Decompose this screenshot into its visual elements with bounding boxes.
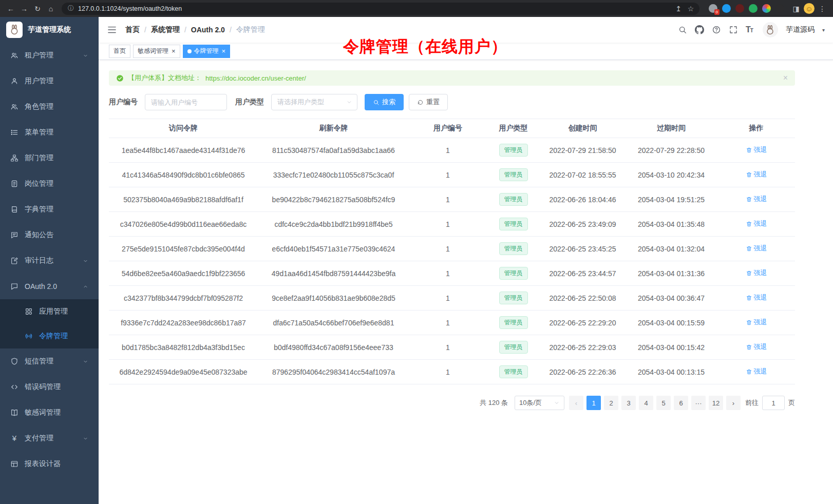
force-logout-button[interactable]: 强退 [746,367,767,376]
extension-icon[interactable]: 0 [709,4,717,13]
sidebar-item-pay[interactable]: ¥支付管理 [0,425,99,451]
reset-button[interactable]: 重置 [409,94,448,110]
force-logout-button[interactable]: 强退 [746,342,767,352]
sidebar-item-label: 短信管理 [25,357,53,366]
cell-user-type: 管理员 [486,311,540,335]
page-button-5[interactable]: 5 [656,396,671,410]
next-page-button[interactable]: › [726,396,741,410]
sidebar-item-sms[interactable]: 短信管理 [0,348,99,374]
side-panel-icon[interactable]: ◨ [790,3,802,14]
sidebar-item-sensitive-word[interactable]: 敏感词管理 [0,400,99,425]
sidebar-item-oauth2-token[interactable]: 令牌管理 [0,324,99,348]
search-icon[interactable] [678,25,687,34]
sidebar-item-menu[interactable]: 菜单管理 [0,120,99,145]
github-icon[interactable] [695,25,704,34]
bookmark-star-icon[interactable]: ☆ [685,3,696,14]
extension-icon[interactable] [749,4,758,13]
cell-created-at: 2022-06-25 23:44:57 [540,261,625,286]
force-logout-button[interactable]: 强退 [746,145,767,154]
force-logout-button[interactable]: 强退 [746,268,767,278]
sidebar-item-report-designer[interactable]: 报表设计器 [0,451,99,477]
force-logout-button[interactable]: 强退 [746,293,767,302]
reload-icon[interactable]: ↻ [32,3,43,14]
sidebar-item-oauth2-app[interactable]: 应用管理 [0,299,99,324]
font-size-icon[interactable]: TT [746,25,753,34]
cell-refresh-token: e6cfd40eb1f54571a31e775e039c4624 [258,237,409,261]
breadcrumb-item: 令牌管理 [236,25,265,34]
token-table: 访问令牌刷新令牌用户编号用户类型创建时间过期时间操作 1ea5e44f8bc14… [109,119,795,384]
home-icon[interactable]: ⌂ [45,3,56,14]
extension-icon[interactable] [775,4,784,13]
breadcrumb-item[interactable]: 首页 [125,25,140,34]
app-logo[interactable]: 芋道管理系统 [0,17,99,43]
sidebar-collapse-icon[interactable] [107,25,117,35]
address-bar[interactable]: ⓘ 127.0.0.1:1024/system/oauth2/token ↥ ☆ [62,3,699,15]
browser-menu-icon[interactable]: ⋮ [817,3,828,14]
refresh-icon [417,99,424,106]
force-logout-button[interactable]: 强退 [746,244,767,253]
extension-icon[interactable] [762,4,771,13]
broadcast-icon [25,332,33,340]
tab-token[interactable]: 令牌管理× [183,45,231,58]
sidebar-item-post[interactable]: 岗位管理 [0,171,99,197]
sidebar-item-dept[interactable]: 部门管理 [0,145,99,171]
sidebar-item-label: 通知公告 [25,230,53,240]
page-button-3[interactable]: 3 [621,396,636,410]
help-icon[interactable] [712,25,721,34]
site-info-icon[interactable]: ⓘ [68,4,74,13]
user-type-select[interactable]: 请选择用户类型 [271,94,357,110]
open-book-icon [10,409,18,417]
forward-icon[interactable]: → [18,3,30,14]
cell-refresh-token: 9ce8ef2aa9f14056b831ae9b608e28d5 [258,286,409,311]
cell-expires-at: 2054-03-04 01:31:36 [625,261,717,286]
extension-icon[interactable] [735,4,744,13]
user-avatar[interactable] [763,22,778,37]
page-button-6[interactable]: 6 [674,396,688,410]
page-button-2[interactable]: 2 [604,396,618,410]
force-logout-button[interactable]: 强退 [746,170,767,179]
doc-link[interactable]: https://doc.iocoder.cn/user-center/ [205,74,306,82]
username-label[interactable]: 芋道源码 [786,25,815,34]
force-logout-button[interactable]: 强退 [746,219,767,228]
page-button-1[interactable]: 1 [586,396,601,410]
breadcrumb-item[interactable]: OAuth 2.0 [191,26,225,34]
tab-close-icon[interactable]: × [222,48,226,54]
back-icon[interactable]: ← [5,3,16,14]
sidebar-item-audit-log[interactable]: 审计日志 [0,248,99,274]
share-icon[interactable]: ↥ [673,3,684,14]
alert-close-icon[interactable]: × [783,74,788,82]
tab-sensitive-word[interactable]: 敏感词管理× [133,45,180,58]
force-logout-button[interactable]: 强退 [746,195,767,204]
sidebar-item-tenant[interactable]: 租户管理 [0,43,99,68]
sidebar-item-dict[interactable]: 字典管理 [0,197,99,222]
tab-close-icon[interactable]: × [172,48,176,54]
page-button-4[interactable]: 4 [639,396,653,410]
page-button-12[interactable]: 12 [709,396,723,410]
prev-page-button[interactable]: ‹ [569,396,583,410]
sidebar-item-role[interactable]: 角色管理 [0,94,99,120]
sidebar-item-oauth2[interactable]: OAuth 2.0 [0,274,99,299]
cell-expires-at: 2054-03-04 00:15:42 [625,335,717,360]
search-button[interactable]: 搜索 [365,94,404,110]
org-tree-icon [10,154,18,162]
sidebar-item-label: 部门管理 [25,153,53,163]
alert-text: 【用户体系】文档地址： [128,73,201,83]
user-type-tag: 管理员 [499,267,528,280]
force-logout-button[interactable]: 强退 [746,318,767,327]
table-header-row: 访问令牌刷新令牌用户编号用户类型创建时间过期时间操作 [109,119,795,138]
sidebar-item-error-code[interactable]: 错误码管理 [0,374,99,400]
sidebar-item-user[interactable]: 用户管理 [0,68,99,94]
goto-page-input[interactable] [762,396,785,410]
browser-profile-avatar[interactable]: ☺ [804,3,815,14]
tab-home[interactable]: 首页 [109,45,130,58]
sidebar-item-notice[interactable]: 通知公告 [0,222,99,248]
extension-icon[interactable] [722,4,731,13]
sidebar-item-label: 角色管理 [25,102,53,111]
github-icon [695,25,704,34]
breadcrumb-item[interactable]: 系统管理 [151,25,180,34]
more-pages-button[interactable]: ··· [691,396,706,410]
user-id-input[interactable] [145,94,227,110]
page-size-select[interactable]: 10条/页 [515,396,564,410]
fullscreen-icon[interactable] [729,25,738,34]
user-menu-caret-icon[interactable]: ▾ [822,27,825,33]
